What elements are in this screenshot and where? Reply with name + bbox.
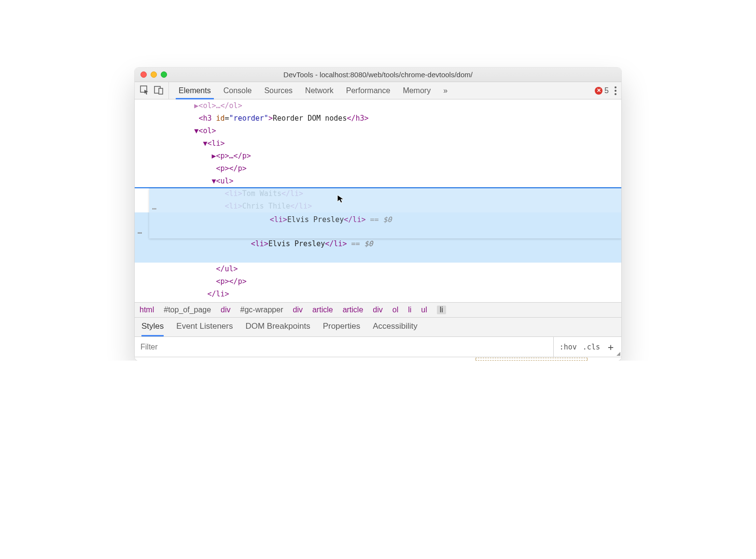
tab-elements[interactable]: Elements bbox=[179, 86, 211, 95]
resize-corner-icon[interactable] bbox=[616, 352, 620, 356]
tree-row-h3[interactable]: <h3 id="reorder">Reorder DOM nodes</h3> bbox=[135, 112, 621, 125]
minimize-window-button[interactable] bbox=[151, 71, 157, 78]
tab-memory[interactable]: Memory bbox=[403, 86, 431, 95]
tab-performance[interactable]: Performance bbox=[346, 86, 391, 95]
crumb[interactable]: li bbox=[408, 306, 411, 314]
subtab-dom-breakpoints[interactable]: DOM Breakpoints bbox=[245, 321, 310, 336]
tree-row[interactable]: <p></p> bbox=[135, 162, 621, 175]
tree-row[interactable]: ▶<p>…</p> bbox=[135, 150, 621, 162]
window-title: DevTools - localhost:8080/web/tools/chro… bbox=[135, 70, 621, 79]
tree-row[interactable]: ▼<ol> bbox=[135, 125, 621, 137]
toggle-hov[interactable]: :hov bbox=[560, 343, 577, 351]
styles-filter-input[interactable] bbox=[135, 343, 553, 351]
main-toolbar: Elements Console Sources Network Perform… bbox=[135, 82, 621, 99]
crumb[interactable]: #gc-wrapper bbox=[240, 306, 283, 314]
tree-row[interactable]: ▼<li> bbox=[135, 137, 621, 150]
error-count-value: 5 bbox=[604, 86, 609, 95]
crumb-selected[interactable]: li bbox=[437, 306, 446, 314]
crumb[interactable]: article bbox=[312, 306, 333, 314]
svg-rect-2 bbox=[159, 88, 163, 94]
crumb[interactable]: div bbox=[373, 306, 382, 314]
crumb[interactable]: ol bbox=[392, 306, 398, 314]
error-icon: ✕ bbox=[595, 87, 602, 95]
zoom-window-button[interactable] bbox=[161, 71, 167, 78]
tree-row[interactable]: </ul> bbox=[135, 263, 621, 275]
crumb[interactable]: html bbox=[140, 306, 154, 314]
tree-row[interactable]: <p></p> bbox=[135, 275, 621, 288]
new-style-rule-button[interactable]: + bbox=[606, 342, 616, 352]
tree-row[interactable]: ▶<ol>…</ol> bbox=[135, 99, 621, 112]
dom-tree[interactable]: ▶<ol>…</ol> <h3 id="reorder">Reorder DOM… bbox=[135, 99, 621, 302]
tree-row[interactable]: ▼<ul> bbox=[135, 175, 621, 187]
row-menu-icon[interactable]: … bbox=[138, 225, 143, 238]
styles-toolbar: :hov .cls + bbox=[135, 336, 621, 357]
box-model-preview bbox=[135, 357, 621, 361]
panel-tabs: Elements Console Sources Network Perform… bbox=[173, 82, 448, 99]
breadcrumb: html #top_of_page div #gc-wrapper div ar… bbox=[135, 302, 621, 317]
crumb[interactable]: article bbox=[343, 306, 364, 314]
styles-pane-tabs: Styles Event Listeners DOM Breakpoints P… bbox=[135, 317, 621, 336]
tab-network[interactable]: Network bbox=[305, 86, 334, 95]
crumb[interactable]: div bbox=[221, 306, 230, 314]
error-count-badge[interactable]: ✕ 5 bbox=[595, 86, 609, 95]
traffic-lights bbox=[140, 71, 167, 78]
close-window-button[interactable] bbox=[140, 71, 147, 78]
inspect-element-icon[interactable] bbox=[140, 85, 149, 97]
subtab-styles[interactable]: Styles bbox=[141, 321, 164, 336]
crumb[interactable]: ul bbox=[421, 306, 427, 314]
tree-row[interactable]: </li> bbox=[135, 288, 621, 300]
tab-console[interactable]: Console bbox=[224, 86, 252, 95]
crumb[interactable]: #top_of_page bbox=[164, 306, 211, 314]
crumb[interactable]: div bbox=[293, 306, 303, 314]
device-toolbar-icon[interactable] bbox=[154, 85, 164, 97]
tree-row[interactable]: ▶<li>…</li> bbox=[135, 300, 621, 302]
subtab-properties[interactable]: Properties bbox=[323, 321, 360, 336]
tabs-overflow[interactable]: » bbox=[443, 86, 448, 95]
tab-sources[interactable]: Sources bbox=[264, 86, 293, 95]
devtools-window: DevTools - localhost:8080/web/tools/chro… bbox=[135, 68, 621, 361]
row-menu-icon[interactable]: … bbox=[152, 201, 157, 213]
titlebar[interactable]: DevTools - localhost:8080/web/tools/chro… bbox=[135, 68, 621, 82]
subtab-accessibility[interactable]: Accessibility bbox=[373, 321, 418, 336]
drag-ghost-row[interactable]: … <li>Elvis Presley</li> == $0 bbox=[149, 188, 621, 238]
settings-menu-button[interactable] bbox=[615, 86, 616, 95]
subtab-event-listeners[interactable]: Event Listeners bbox=[176, 321, 233, 336]
toggle-cls[interactable]: .cls bbox=[583, 343, 600, 351]
